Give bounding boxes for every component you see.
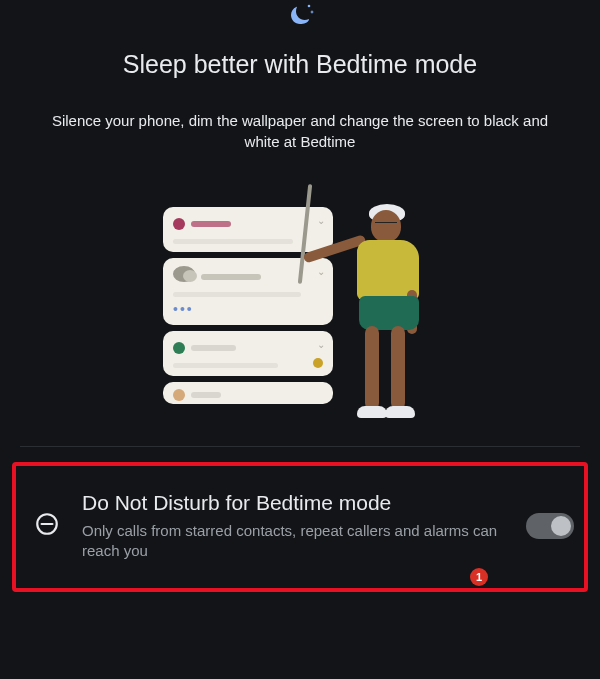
dnd-bedtime-setting-row[interactable]: Do Not Disturb for Bedtime mode Only cal…: [16, 466, 584, 586]
do-not-disturb-icon: [26, 511, 68, 541]
person-illustration: [327, 200, 437, 430]
setting-title: Do Not Disturb for Bedtime mode: [82, 491, 512, 515]
notification-card: [163, 382, 333, 404]
moon-stars-icon: [283, 0, 317, 34]
divider: [20, 446, 580, 447]
page-subtitle: Silence your phone, dim the wallpaper an…: [0, 110, 600, 152]
notification-card: ⌄ •••: [163, 258, 333, 325]
step-badge: 1: [470, 568, 488, 586]
setting-description: Only calls from starred contacts, repeat…: [82, 521, 512, 562]
notification-card: ⌄: [163, 331, 333, 376]
dnd-bedtime-toggle[interactable]: [526, 513, 574, 539]
toggle-knob: [551, 516, 571, 536]
setting-text: Do Not Disturb for Bedtime mode Only cal…: [68, 491, 526, 562]
svg-point-0: [308, 5, 311, 8]
bedtime-illustration: ⌄ ⌄ ••• ⌄: [0, 180, 600, 430]
notification-stack-illustration: ⌄ ⌄ ••• ⌄: [163, 207, 333, 404]
page-title: Sleep better with Bedtime mode: [0, 50, 600, 79]
